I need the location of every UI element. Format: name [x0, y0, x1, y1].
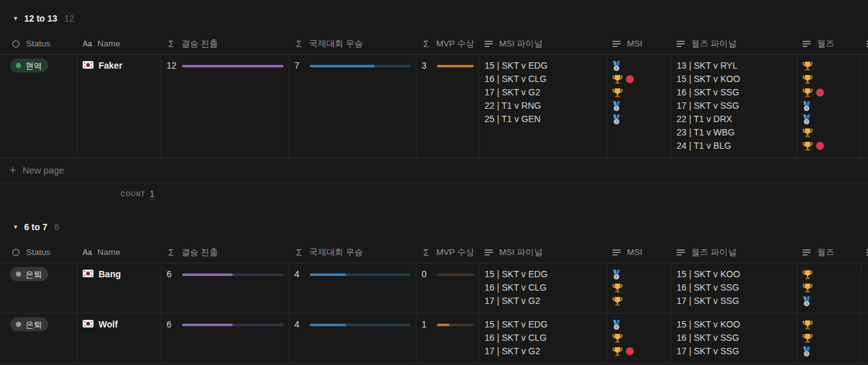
worlds-finals-cell[interactable]: 13 | SKT v RYL15 | SKT v KOO16 | SKT v S…: [671, 55, 797, 158]
column-header-worlds_finals[interactable]: 월즈 파이널: [671, 242, 797, 263]
name-cell[interactable]: Bang: [77, 263, 161, 313]
worlds-cell[interactable]: 2: [797, 263, 860, 313]
column-header-worlds[interactable]: 월즈: [797, 242, 860, 263]
medal-line: 2: [612, 268, 666, 281]
column-header-msi[interactable]: MSI: [607, 242, 671, 263]
column-header-status[interactable]: Status: [0, 242, 77, 263]
svg-text:2: 2: [616, 275, 617, 279]
column-header-intl[interactable]: Σ국제대회 우승: [289, 242, 416, 263]
svg-text:2: 2: [806, 352, 808, 355]
intl-cell[interactable]: 4: [289, 313, 416, 363]
number-with-bar: 3: [422, 59, 474, 72]
status-cell[interactable]: 은퇴: [0, 313, 77, 363]
worlds-cell[interactable]: 22: [797, 55, 860, 158]
finals-cell[interactable]: 6: [161, 313, 289, 363]
list-item: 23 | T1 v WBG: [677, 126, 792, 139]
red-circle-icon: [816, 142, 824, 150]
svg-text:2: 2: [806, 106, 808, 110]
finals-cell[interactable]: 12: [161, 55, 289, 158]
name-cell[interactable]: Wolf: [77, 313, 161, 363]
list-item: 15 | SKT v EDG: [485, 318, 602, 331]
list-item: 17 | SKT v G2: [485, 86, 602, 99]
column-header-overflow[interactable]: [860, 242, 868, 263]
progress-bar-fill: [437, 324, 450, 326]
count-value: 1: [149, 189, 155, 200]
silver-medal-icon: 2: [803, 114, 811, 125]
silver-medal-icon: 2: [612, 61, 621, 71]
overflow-cell[interactable]: [860, 313, 868, 363]
column-header-label: 결승 진출: [181, 38, 218, 50]
column-header-mvp[interactable]: ΣMVP 수상: [416, 33, 479, 54]
number-value: 6: [167, 318, 178, 331]
mvp-cell[interactable]: 3: [416, 55, 479, 158]
msi-cell[interactable]: 2: [607, 263, 671, 313]
msi-finals-cell[interactable]: 15 | SKT v EDG16 | SKT v CLG17 | SKT v G…: [479, 55, 607, 158]
column-header-status[interactable]: Status: [0, 33, 77, 54]
worlds-cell[interactable]: 2: [797, 313, 860, 363]
mvp-cell[interactable]: 1: [416, 313, 479, 363]
status-spinner-icon: [11, 39, 21, 48]
new-page-row[interactable]: +New page: [0, 158, 868, 183]
finals-cell[interactable]: 6: [161, 263, 289, 313]
red-circle-icon: [626, 347, 634, 355]
msi-finals-cell[interactable]: 15 | SKT v EDG16 | SKT v CLG17 | SKT v G…: [479, 263, 607, 313]
column-header-name[interactable]: AaName: [77, 33, 161, 54]
number-with-bar: 1: [422, 318, 474, 331]
red-circle-icon: [816, 88, 824, 97]
page-name: Faker: [83, 59, 156, 72]
group-section: ▼6 to 76StatusAaNameΣ결승 진출Σ국제대회 우승ΣMVP 수…: [0, 220, 868, 364]
status-cell[interactable]: 은퇴: [0, 263, 77, 313]
column-header-msi_finals[interactable]: MSI 파이널: [479, 242, 607, 263]
list-item: 15 | SKT v KOO: [677, 318, 792, 331]
msi-finals-cell[interactable]: 15 | SKT v EDG16 | SKT v CLG17 | SKT v G…: [479, 313, 607, 363]
name-cell[interactable]: Faker: [77, 55, 161, 158]
status-label: 은퇴: [25, 318, 42, 331]
column-header-name[interactable]: AaName: [77, 242, 161, 263]
column-header-finals[interactable]: Σ결승 진출: [161, 33, 289, 54]
group-header: ▼6 to 76: [13, 220, 868, 234]
worlds-finals-cell[interactable]: 15 | SKT v KOO16 | SKT v SSG17 | SKT v S…: [671, 263, 797, 313]
column-header-worlds[interactable]: 월즈: [797, 33, 860, 54]
overflow-cell[interactable]: [860, 263, 868, 313]
svg-text:2: 2: [806, 301, 808, 305]
overflow-cell[interactable]: [860, 55, 868, 158]
medal-line: 2: [803, 294, 855, 308]
medal-line: 2: [612, 99, 666, 113]
count-aggregate[interactable]: COUNT1: [77, 183, 161, 205]
column-header-msi_finals[interactable]: MSI 파이널: [479, 33, 607, 54]
medal-line: [803, 139, 855, 153]
group-aggregate-count[interactable]: 6: [55, 222, 60, 232]
text-lines-icon: [865, 40, 868, 48]
intl-cell[interactable]: 7: [289, 55, 416, 158]
worlds-finals-cell[interactable]: 15 | SKT v KOO16 | SKT v SSG17 | SKT v S…: [671, 313, 797, 363]
page-title: Wolf: [99, 318, 118, 331]
group-toggle-icon[interactable]: ▼: [13, 16, 18, 22]
text-lines-icon: [612, 40, 622, 48]
silver-medal-icon: 2: [803, 347, 811, 357]
msi-cell[interactable]: 222: [607, 55, 671, 158]
medal-line: [612, 331, 666, 345]
intl-cell[interactable]: 4: [289, 263, 416, 313]
column-header-mvp[interactable]: ΣMVP 수상: [416, 242, 479, 263]
column-header-intl[interactable]: Σ국제대회 우승: [289, 33, 416, 54]
medal-line: [612, 294, 666, 308]
list-item: 13 | SKT v RYL: [677, 59, 792, 72]
group-aggregate-count[interactable]: 12: [64, 13, 74, 24]
group-toggle-icon[interactable]: ▼: [13, 224, 18, 230]
medal-line: [803, 331, 855, 345]
status-cell[interactable]: 현역: [0, 55, 77, 158]
msi-cell[interactable]: 2: [607, 313, 671, 363]
trophy-icon: [803, 283, 813, 293]
column-header-overflow[interactable]: [860, 33, 868, 54]
column-header-worlds_finals[interactable]: 월즈 파이널: [671, 33, 797, 54]
column-header-msi[interactable]: MSI: [607, 33, 671, 54]
list-item: 15 | SKT v KOO: [677, 72, 792, 86]
column-header-finals[interactable]: Σ결승 진출: [161, 242, 289, 263]
svg-text:2: 2: [616, 66, 617, 70]
list-item: 24 | T1 v BLG: [677, 139, 792, 153]
trophy-icon: [803, 270, 813, 279]
mvp-cell[interactable]: 0: [416, 263, 479, 313]
column-header-label: MSI 파이널: [499, 38, 542, 50]
text-aa-icon: Aa: [82, 248, 92, 257]
silver-medal-icon: 2: [612, 114, 621, 125]
